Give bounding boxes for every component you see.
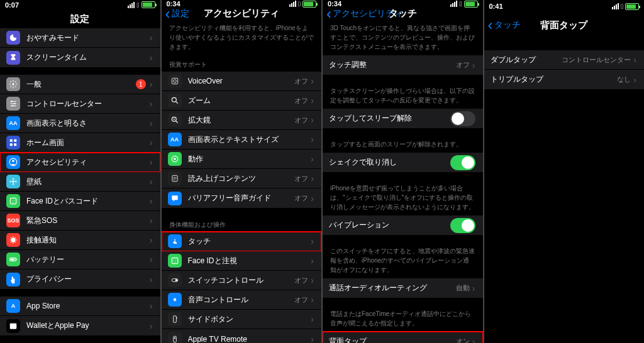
wifi-icon: 􀙇 (459, 0, 462, 8)
row-shake-undo[interactable]: シェイクで取り消し (323, 153, 483, 172)
chevron-icon (472, 283, 475, 293)
mag-icon (168, 113, 182, 127)
row-audio[interactable]: バリアフリー音声ガイドオフ (162, 188, 322, 208)
row-zoom[interactable]: ズームオフ (162, 91, 322, 111)
svg-point-11 (12, 178, 14, 180)
page-title: アクセシビリティ (204, 8, 279, 19)
chevron-icon (150, 196, 153, 206)
label: タッチ (188, 236, 311, 247)
row-home[interactable]: ホーム画面 (0, 133, 160, 153)
toggle-vibration[interactable] (450, 218, 475, 233)
svg-point-3 (12, 105, 13, 106)
audio-icon (168, 192, 182, 205)
svg-rect-21 (11, 259, 14, 260)
svg-rect-38 (173, 316, 176, 323)
face-icon (168, 254, 182, 268)
row-privacy[interactable]: プライバシー (0, 270, 160, 289)
label: タップしてスリープ解除 (329, 113, 450, 124)
chevron-icon (472, 337, 475, 344)
chevron-icon (311, 154, 314, 164)
back-button[interactable]: アクセシビリティ (326, 8, 403, 19)
faceid-icon (6, 194, 20, 208)
row-appstore[interactable]: AApp Store (0, 297, 160, 316)
row-control[interactable]: コントロールセンター (0, 94, 160, 114)
general-icon (6, 77, 20, 91)
a11y-icon (6, 155, 20, 169)
svg-rect-37 (173, 299, 176, 300)
row-side[interactable]: サイドボタン (162, 310, 322, 329)
row-back-tap[interactable]: 背面タップオン (323, 332, 483, 343)
row-a11y[interactable]: アクセシビリティ (0, 153, 160, 172)
desc-3dtouch: 3D Touchをオンにすると、異なる強さで画面を押すことで、コンテンツのプレビ… (323, 19, 483, 55)
label: VoiceOver (188, 77, 295, 85)
section-header-physical: 身体機能および操作 (162, 215, 322, 232)
status-bar: 0:41 􀙇 (484, 0, 645, 13)
label: 画面表示とテキストサイズ (188, 134, 311, 145)
label: ホーム画面 (26, 138, 150, 148)
row-tv[interactable]: Apple TV Remote (162, 329, 322, 343)
row-notif[interactable]: 接触通知 (0, 231, 160, 250)
row-battery[interactable]: バッテリー (0, 250, 160, 270)
back-button[interactable]: 設定 (165, 8, 189, 19)
sos-icon: SOS (6, 214, 20, 227)
chevron-icon (150, 275, 153, 285)
voice-icon (168, 74, 182, 88)
svg-point-10 (12, 180, 14, 183)
row-touch-accommodation[interactable]: タッチ調整オフ (323, 55, 483, 75)
phone-settings: 0:07 􀙇 設定 おやすみモードスクリーンタイム 一般1コントロールセンターA… (0, 0, 160, 343)
row-wallet[interactable]: WalletとApple Pay (0, 316, 160, 335)
row-face[interactable]: Face IDと注視 (162, 251, 322, 271)
svg-rect-31 (172, 258, 177, 263)
toggle-tap-wake[interactable] (450, 111, 475, 126)
battery-icon (464, 1, 478, 8)
row-vc[interactable]: 音声コントロールオフ (162, 290, 322, 310)
row-double[interactable]: ダブルタップコントロールセンター (484, 50, 645, 70)
value: オフ (294, 276, 308, 285)
label: 音声コントロール (188, 295, 295, 305)
label: WalletとApple Pay (26, 320, 150, 331)
row-switch[interactable]: スイッチコントロールオフ (162, 271, 322, 290)
row-sos[interactable]: SOS緊急SOS (0, 211, 160, 231)
label: プライバシー (26, 274, 150, 285)
row-faceid[interactable]: Face IDとパスコード (0, 192, 160, 211)
value: オフ (294, 295, 308, 305)
chevron-icon (150, 79, 153, 89)
value: 自動 (456, 283, 470, 293)
svg-point-35 (175, 279, 177, 281)
row-general[interactable]: 一般1 (0, 75, 160, 94)
row-voice[interactable]: VoiceOverオフ (162, 72, 322, 91)
label: ズーム (188, 95, 295, 106)
row-display[interactable]: AA画面表示と明るさ (0, 114, 160, 133)
phone-touch: 0:34 􀙇 アクセシビリティ タッチ 3D Touchをオンにすると、異なる強… (323, 0, 483, 343)
chevron-icon (311, 275, 314, 285)
motion-icon (168, 152, 182, 166)
value: コントロールセンター (562, 55, 631, 65)
row-audio-routing[interactable]: 通話オーディオルーティング自動 (323, 278, 483, 298)
chevron-icon (633, 75, 636, 85)
back-button[interactable]: タッチ (488, 19, 521, 31)
toggle-shake-undo[interactable] (450, 155, 475, 170)
row-dnd[interactable]: おやすみモード (0, 28, 160, 48)
row-touch[interactable]: タッチ (162, 232, 322, 251)
row-spoken[interactable]: 読み上げコンテンツオフ (162, 169, 322, 188)
svg-rect-4 (10, 139, 13, 142)
display-icon: AA (6, 116, 20, 130)
row-mag[interactable]: 拡大鏡オフ (162, 111, 322, 130)
label: 通話オーディオルーティング (329, 283, 456, 293)
phone-accessibility: 0:34 􀙇 設定 アクセシビリティ アクセシビリティ機能を利用すると、iPho… (162, 0, 322, 343)
row-wall[interactable]: 壁紙 (0, 172, 160, 192)
row-tap-to-wake[interactable]: タップしてスリープ解除 (323, 109, 483, 128)
row-text[interactable]: AA画面表示とテキストサイズ (162, 130, 322, 150)
row-triple[interactable]: トリプルタップなし (484, 70, 645, 89)
nav-bar: アクセシビリティ タッチ (323, 8, 483, 19)
row-motion[interactable]: 動作 (162, 150, 322, 169)
row-vibration[interactable]: バイブレーション (323, 215, 483, 235)
svg-point-9 (12, 160, 14, 163)
label: 読み上げコンテンツ (188, 173, 295, 184)
row-screentime[interactable]: スクリーンタイム (0, 48, 160, 67)
label: App Store (26, 302, 150, 310)
text-icon: AA (168, 133, 182, 146)
wall-icon (6, 175, 20, 188)
label: シェイクで取り消し (329, 157, 450, 168)
label: 緊急SOS (26, 215, 150, 226)
